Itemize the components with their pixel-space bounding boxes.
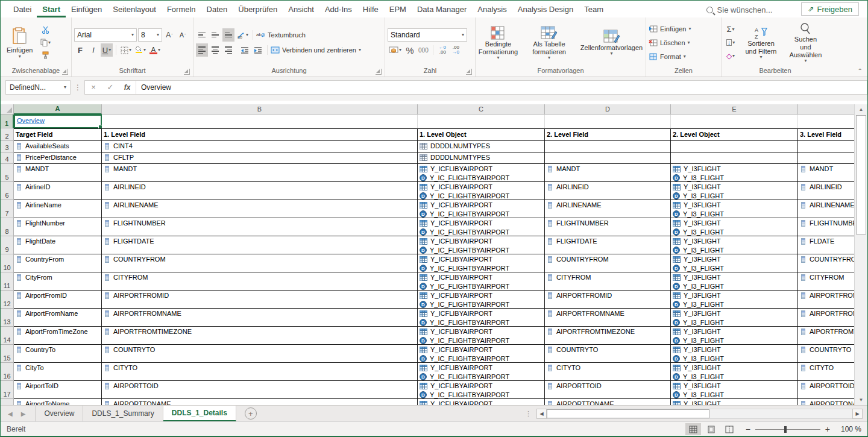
grid-cell[interactable]: FLIGHTDATE: [545, 236, 671, 254]
sheet-tab-ddls_1_details[interactable]: DDLS_1_Details: [163, 406, 236, 421]
font-color-button[interactable]: A▾: [148, 43, 162, 57]
grid-cell[interactable]: AIRPORTFROMID: [545, 291, 671, 309]
grid-cell[interactable]: COUNTRYTO: [102, 345, 418, 363]
grid-cell[interactable]: Y_I3FLIGHTDY_I3_FLIGHT: [671, 164, 798, 182]
share-button[interactable]: ⇗ Freigeben: [801, 2, 859, 16]
sheet-tab-ddls_1_summary[interactable]: DDLS_1_Summary: [83, 406, 163, 421]
grid-cell[interactable]: Y_I3FLIGHTDY_I3_FLIGHT: [671, 236, 798, 254]
comma-style-button[interactable]: 000: [417, 43, 430, 57]
row-header[interactable]: 5: [1, 164, 14, 182]
row-header[interactable]: 4: [1, 152, 14, 164]
row-header[interactable]: 16: [1, 363, 14, 381]
grid-cell[interactable]: CITYFROM: [798, 272, 855, 291]
grid-cell[interactable]: [545, 152, 671, 164]
grid-cell[interactable]: AIRLINEID: [798, 182, 855, 200]
font-name-combo[interactable]: Arial▾: [74, 28, 137, 42]
row-header[interactable]: 14: [1, 327, 14, 345]
decrease-decimal-button[interactable]: .00→0: [450, 43, 462, 57]
menu-tab-hilfe[interactable]: Hilfe: [357, 1, 384, 17]
grid-cell[interactable]: Y_I3FLIGHTDY_I3_FLIGHT: [671, 218, 798, 236]
formula-content[interactable]: Overview: [141, 83, 171, 92]
enter-button[interactable]: ✓: [102, 83, 119, 92]
scroll-down-icon[interactable]: ▼: [855, 395, 867, 405]
insert-function-button[interactable]: fx: [119, 83, 136, 92]
grid-cell[interactable]: [671, 141, 798, 152]
grid-cell[interactable]: 1. Level Object: [418, 128, 545, 141]
grid-cell[interactable]: 1. Level Field: [102, 128, 418, 141]
align-right-button[interactable]: [222, 43, 234, 57]
column-header-A[interactable]: A: [14, 104, 102, 115]
grid-cell[interactable]: CITYTO: [798, 363, 855, 381]
menu-tab-data-manager[interactable]: Data Manager: [412, 1, 472, 17]
grid-cell[interactable]: MANDT: [14, 164, 102, 182]
collapse-ribbon-icon[interactable]: ⌃: [858, 68, 863, 74]
menu-tab-daten[interactable]: Daten: [201, 1, 233, 17]
row-header[interactable]: 11: [1, 272, 14, 291]
grid-cell[interactable]: CityFrom: [14, 272, 102, 291]
grid-cell[interactable]: AIRPORTTONAME: [798, 399, 855, 405]
grid-cell[interactable]: COUNTRYFROM: [102, 254, 418, 272]
grid-cell[interactable]: AIRPORTTONAME: [545, 399, 671, 405]
grid-cell[interactable]: FLIGHTNUMBER: [545, 218, 671, 236]
grid-cell[interactable]: AIRPORTFROMNAME: [102, 309, 418, 327]
grid-cell[interactable]: Y_I3FLIGHTDY_I3_FLIGHT: [671, 254, 798, 272]
grid-cell[interactable]: Y_ICFLIBYAIRPORTDY_IC_FLIGHTBYAIRPORT: [418, 309, 545, 327]
row-header[interactable]: 3: [1, 141, 14, 152]
copy-button[interactable]: ▾: [39, 37, 52, 49]
zoom-out-icon[interactable]: −: [746, 424, 750, 434]
grid-cell[interactable]: Y_ICFLIBYAIRPORTDY_IC_FLIGHTBYAIRPORT: [418, 363, 545, 381]
row-header[interactable]: 8: [1, 218, 14, 236]
grid-cell[interactable]: Y_I3FLIGHTDY_I3_FLIGHT: [671, 327, 798, 345]
vertical-scrollbar[interactable]: ▲ ▼: [854, 104, 867, 405]
grid-cell[interactable]: AIRPORTTOID: [545, 381, 671, 399]
grid-cell[interactable]: Y_ICFLIBYAIRPORTDY_IC_FLIGHTBYAIRPORT: [418, 381, 545, 399]
grid-cell[interactable]: CITYTO: [545, 363, 671, 381]
sheet-nav-left-icon[interactable]: ◀: [8, 410, 13, 417]
grid-cell[interactable]: Y_I3FLIGHTDY_I3_FLIGHT: [671, 345, 798, 363]
menu-tab-start[interactable]: Start: [37, 1, 66, 17]
vertical-scroll-thumb[interactable]: [856, 115, 866, 234]
grid-cell[interactable]: Y_ICFLIBYAIRPORTDY_IC_FLIGHTBYAIRPORT: [418, 182, 545, 200]
grid-cell[interactable]: AvailableSeats: [14, 141, 102, 152]
column-header-E[interactable]: E: [671, 104, 798, 115]
grid-cell[interactable]: [545, 115, 671, 128]
grow-font-button[interactable]: Aˆ: [163, 28, 175, 42]
grid-cell[interactable]: Target Field: [14, 128, 102, 141]
increase-decimal-button[interactable]: ←0.00: [436, 43, 448, 57]
row-header[interactable]: 15: [1, 345, 14, 363]
insert-cells-button[interactable]: Einfügen▾: [649, 22, 691, 35]
column-header-C[interactable]: C: [418, 104, 545, 115]
menu-tab-add-ins[interactable]: Add-Ins: [319, 1, 357, 17]
grid-cell-a1[interactable]: Overview: [14, 115, 102, 128]
zoom-slider[interactable]: [755, 429, 820, 430]
grid-cell[interactable]: AIRLINEID: [102, 182, 418, 200]
dialog-launcher-icon[interactable]: [62, 69, 68, 75]
grid-cell[interactable]: AIRLINENAME: [798, 200, 855, 218]
grid-cell[interactable]: AIRPORTTOID: [798, 381, 855, 399]
align-middle-button[interactable]: [209, 28, 221, 42]
menu-tab-team[interactable]: Team: [579, 1, 609, 17]
format-cells-button[interactable]: Format▾: [649, 50, 691, 63]
grid-cell[interactable]: Y_I3FLIGHTDY_I3_FLIGHT: [671, 182, 798, 200]
row-header[interactable]: 7: [1, 200, 14, 218]
cancel-button[interactable]: ×: [85, 83, 102, 92]
grid-cell[interactable]: AirportToID: [14, 381, 102, 399]
grid-cell[interactable]: Y_ICFLIBYAIRPORTDY_IC_FLIGHTBYAIRPORT: [418, 218, 545, 236]
row-header[interactable]: 9: [1, 236, 14, 254]
grid-cell[interactable]: Y_I3FLIGHTDY_I3_FLIGHT: [671, 399, 798, 405]
page-break-view-button[interactable]: [722, 423, 737, 435]
sheet-tab-overview[interactable]: Overview: [35, 406, 83, 421]
sheet-nav-right-icon[interactable]: ▶: [21, 410, 26, 417]
borders-button[interactable]: ▾: [119, 43, 133, 57]
grid-cell[interactable]: AirportFromID: [14, 291, 102, 309]
grid-cell[interactable]: AirlineName: [14, 200, 102, 218]
grid-cell[interactable]: AIRLINENAME: [545, 200, 671, 218]
format-as-table-button[interactable]: Als Tabelle formatieren▾: [528, 25, 570, 60]
conditional-formatting-button[interactable]: Bedingte Formatierung▾: [474, 25, 522, 60]
paste-button[interactable]: Einfügen▾: [3, 26, 36, 60]
column-header-F[interactable]: [798, 104, 855, 115]
row-header[interactable]: 6: [1, 182, 14, 200]
grid-cell[interactable]: MANDT: [102, 164, 418, 182]
grid-cell[interactable]: AIRPORTTONAME: [102, 399, 418, 405]
grid-cell[interactable]: CityTo: [14, 363, 102, 381]
